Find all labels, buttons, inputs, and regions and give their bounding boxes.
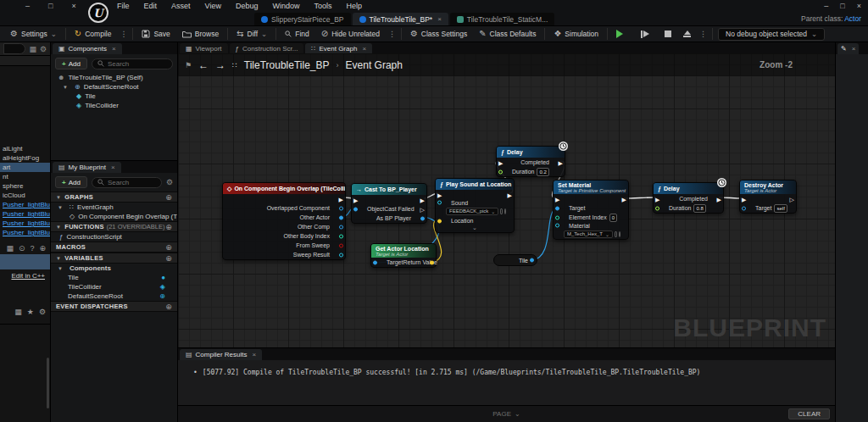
section-macros[interactable]: MACROS ⊕ [51,242,177,253]
node-set-material[interactable]: Set Material Target is Primitive Compone… [553,180,629,240]
stop-button[interactable] [661,27,675,41]
outliner-row[interactable]: Pusher_lightBlue_bp [0,200,50,209]
node-cast-to-bp-player[interactable]: → Cast To BP_Player ▶▶ Object Cast Faile… [351,183,427,224]
simulation-button[interactable]: ❖ Simulation [550,27,602,41]
tab-details-sliver[interactable]: ✎ × [837,43,859,54]
use-selected-icon[interactable] [615,231,616,237]
outliner-row[interactable]: Pusher_lightBlue_bp [0,219,50,228]
duration-value-field[interactable]: 0.8 [693,204,705,213]
duration-value-field[interactable]: 0.2 [537,168,548,176]
gear-icon[interactable]: ⚙ [166,178,173,186]
pin-target[interactable] [373,260,377,264]
variable-row-tilecollider[interactable]: TileCollider ◈ [51,282,177,292]
scrollbar[interactable] [47,358,49,408]
exec-pin-in[interactable]: ▶ [555,196,559,202]
pin-other-actor[interactable] [339,215,343,219]
pin-sound[interactable] [437,201,442,205]
pin-element-index[interactable] [555,215,559,219]
event-node-row[interactable]: ◇ On Component Begin Overlap (TileCollid… [51,212,177,221]
node-delay-1[interactable]: ƒ Delay ▶ Completed▶ Duration 0.2 [496,146,565,177]
collapse-arrow-icon[interactable]: ▼ [56,256,61,261]
play-button[interactable] [613,27,632,41]
minimize-icon[interactable]: – [25,2,30,10]
expand-arrow-icon[interactable]: ▼ [63,85,68,90]
close-icon[interactable]: × [71,2,75,10]
pin-object[interactable] [353,207,358,211]
node-destroy-actor[interactable]: Destroy Actor Target is Actor ▶▷ Target … [739,180,797,214]
element-index-value-field[interactable]: 0 [609,214,617,222]
restore-icon[interactable]: □ [48,2,53,10]
browse-asset-icon[interactable] [619,231,620,237]
material-asset-dropdown[interactable]: M_Tech_Hex_T⌄ [564,230,613,238]
construction-script-row[interactable]: ƒ ConstructionScript [51,232,177,242]
outliner-row[interactable]: sphere [0,181,50,191]
compile-button[interactable]: ↻ Compile [71,27,115,41]
exec-pin-in[interactable]: ▶ [742,196,746,202]
exec-pin-completed[interactable]: ▶ [717,196,721,202]
add-blueprint-item-button[interactable]: + Add [55,176,87,188]
outliner-row[interactable]: alLight [0,144,50,153]
exec-pin-out[interactable]: ▶ [339,196,343,202]
pin-as-bp-player[interactable] [420,216,425,220]
expand-node-chevron-icon[interactable]: ⌄ [436,225,514,232]
compiler-message-row[interactable]: • [5077.92] Compile of TileTroubleTile_B… [178,360,835,376]
diff-button[interactable]: ⇆ Diff ⌄ [233,27,270,41]
tab-my-blueprint[interactable]: ▤ My Blueprint × [53,162,121,173]
grid-icon[interactable]: ▦ [6,244,14,253]
menu-window[interactable]: Window [272,2,299,10]
compile-options-icon[interactable]: ⋮ [120,30,127,38]
component-row-self[interactable]: ☻ TileTroubleTile_BP (Self) [51,73,177,82]
components-search-input[interactable]: Search [92,58,173,69]
page-dropdown[interactable]: PAGE ⌄ [492,410,520,418]
section-variables[interactable]: ▼ VARIABLES ⊕ [51,253,177,264]
save-button[interactable]: Save [138,27,173,41]
pin-material[interactable] [555,224,559,228]
pin-tile-output[interactable] [530,258,534,263]
pin-other-body-index[interactable] [339,234,343,238]
section-functions[interactable]: ▼ FUNCTIONS (21 OVERRIDABLE) ⊕ [51,221,177,232]
exec-pin-in[interactable]: ▶ [437,192,442,197]
pin-target[interactable] [742,206,746,210]
menu-edit[interactable]: Edit [144,2,158,10]
exec-pin-completed[interactable]: ▶ [559,159,563,165]
node-get-actor-location[interactable]: Get Actor Location Target is Actor Targe… [370,243,437,268]
node-get-tile-variable[interactable]: Tile [493,254,537,266]
close-icon[interactable]: × [111,164,115,171]
event-graph-canvas[interactable]: ◇ On Component Begin Overlap (TileCollid… [178,53,835,347]
component-row-tilecollider[interactable]: ◈ TileCollider [51,101,177,110]
clear-button[interactable]: CLEAR [788,408,830,419]
sound-asset-dropdown[interactable]: FEEDBACK_pick⌄ [446,208,498,215]
variables-group-components[interactable]: ▼ Components [51,264,177,273]
class-settings-button[interactable]: ⚙ Class Settings [407,27,470,41]
variable-row-scene-root[interactable]: DefaultSceneRoot ⊕ [51,292,177,301]
outliner-search-input[interactable] [3,43,25,54]
section-event-dispatchers[interactable]: EVENT DISPATCHERS ⊕ [51,301,177,312]
outliner-row[interactable]: nt [0,172,50,181]
settings-button[interactable]: ⚙ Settings ⌄ [7,27,60,41]
add-variable-icon[interactable]: ⊕ [165,254,172,263]
add-dispatcher-icon[interactable]: ⊕ [165,303,172,311]
collapse-arrow-icon[interactable]: ▼ [58,205,63,210]
outliner-row[interactable]: Pusher_lightBlue_bp [0,228,50,237]
my-blueprint-search-input[interactable]: Search [92,177,162,188]
section-graphs[interactable]: ▼ GRAPHS ⊕ [51,192,177,203]
menu-help[interactable]: Help [346,2,362,10]
exec-pin-out[interactable]: ▷ [790,196,794,202]
gear-icon[interactable]: ⚙ [39,308,46,316]
lock-icon[interactable]: ⊕ [39,244,46,253]
close-icon[interactable]: × [852,45,856,53]
eventgraph-row[interactable]: ▼ ∷ EventGraph [51,203,177,212]
pin-target[interactable] [555,206,559,210]
outliner-row[interactable]: alHeightFog [0,153,50,163]
add-function-icon[interactable]: ⊕ [165,223,172,231]
pin-overlapped-component[interactable] [339,206,343,210]
menu-view[interactable]: View [205,2,221,10]
frame-skip-button[interactable] [637,27,656,41]
add-component-button[interactable]: + Add [55,58,87,69]
exec-pin-in[interactable]: ▶ [655,196,659,202]
pin-other-comp[interactable] [339,225,343,229]
pin-from-sweep[interactable] [339,243,343,247]
exec-pin-out[interactable]: ▶ [622,196,626,202]
collapse-arrow-icon[interactable]: ▼ [58,266,63,271]
pin-duration[interactable] [655,206,659,210]
